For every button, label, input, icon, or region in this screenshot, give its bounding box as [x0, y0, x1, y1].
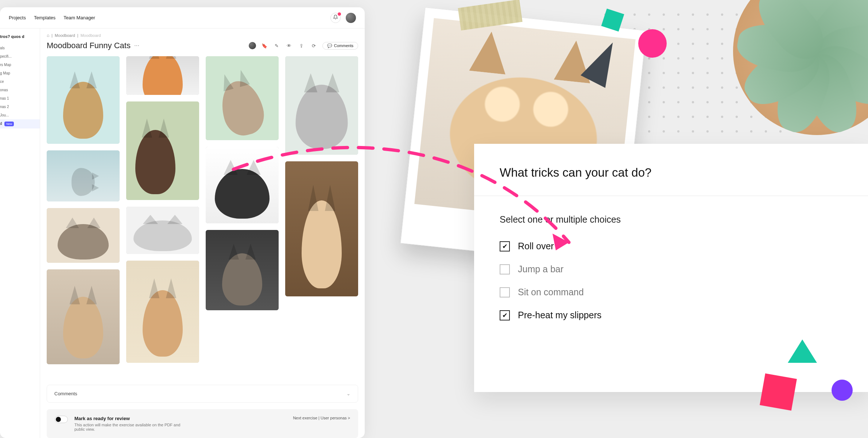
sidebar-item-5[interactable]: onas — [0, 86, 40, 94]
sidebar-item-label: ce — [0, 80, 4, 84]
bookmark-icon: 🔖 — [261, 43, 267, 49]
review-title: Mark as ready for review — [74, 416, 184, 421]
nav-right — [330, 13, 356, 23]
moodboard-card[interactable] — [206, 230, 279, 310]
option-jump-a-bar[interactable]: Jump a bar — [500, 264, 842, 274]
more-button[interactable]: ⋯ — [134, 43, 139, 49]
sidebar-item-7[interactable]: nas 2 — [0, 103, 40, 111]
circle-purple-icon — [832, 380, 853, 401]
history-button[interactable]: ⟳ — [310, 42, 318, 50]
sidebar: tros? quos d als pecifi... rs Map g Map … — [0, 28, 40, 438]
comments-button-label: Comments — [334, 43, 353, 48]
collaborator-avatar[interactable] — [249, 42, 256, 49]
edit-button[interactable]: ✎ — [273, 42, 281, 50]
checkbox-icon — [500, 287, 510, 297]
option-label: Pre-heat my slippers — [518, 310, 601, 320]
square-pink-icon — [760, 373, 797, 411]
sidebar-item-4[interactable]: ce — [0, 77, 40, 86]
sidebar-item-6[interactable]: nas 1 — [0, 94, 40, 103]
moodboard-card[interactable] — [206, 147, 279, 223]
share-button[interactable]: ⇪ — [298, 42, 306, 50]
breadcrumb-current: Moodboard — [81, 33, 101, 38]
title-row: Moodboard Funny Cats ⋯ 🔖 ✎ 👁 ⇪ ⟳ 💬 Comme… — [40, 39, 365, 56]
sidebar-item-label: nas 2 — [0, 105, 9, 109]
option-label: Sit on command — [518, 287, 584, 297]
sidebar-item-9[interactable]: d New — [0, 119, 40, 128]
more-icon: ⋯ — [134, 43, 139, 49]
breadcrumb-root[interactable]: Moodboard — [55, 33, 75, 38]
sidebar-item-label: rs Map — [0, 63, 11, 67]
survey-subtitle: Select one or multiple choices — [500, 214, 842, 225]
sidebar-item-label: pecifi... — [0, 54, 12, 58]
next-exercise-link[interactable]: Next exercise | User personas > — [293, 416, 350, 420]
user-avatar[interactable] — [346, 13, 356, 23]
succulent-plant — [733, 0, 868, 135]
comments-button[interactable]: 💬 Comments — [322, 42, 358, 50]
moodboard-card[interactable] — [285, 161, 358, 296]
moodboard-grid — [40, 56, 365, 378]
review-text: Mark as ready for review This action wil… — [74, 416, 184, 431]
review-panel: Mark as ready for review This action wil… — [47, 409, 358, 438]
moodboard-card[interactable] — [126, 261, 199, 363]
moodboard-card[interactable] — [206, 56, 279, 140]
moodboard-card[interactable] — [285, 56, 358, 155]
sidebar-item-2[interactable]: rs Map — [0, 61, 40, 69]
view-button[interactable]: 👁 — [285, 42, 293, 50]
sidebar-item-3[interactable]: g Map — [0, 69, 40, 77]
sidebar-item-0[interactable]: als — [0, 44, 40, 52]
moodboard-card[interactable] — [47, 56, 120, 144]
main-column: ⌂ | Moodboard | Moodboard Moodboard Funn… — [40, 28, 365, 438]
toggle-knob-icon — [56, 417, 61, 422]
share-icon: ⇪ — [299, 43, 303, 49]
edit-icon: ✎ — [275, 43, 279, 49]
moodboard-card[interactable] — [126, 101, 199, 200]
moodboard-card[interactable] — [126, 56, 199, 95]
moodboard-card[interactable] — [47, 150, 120, 201]
nav-templates[interactable]: Templates — [34, 15, 55, 20]
notification-dot-icon — [338, 12, 341, 16]
option-label: Roll over — [518, 241, 554, 251]
moodboard-card[interactable] — [126, 207, 199, 254]
sidebar-item-1[interactable]: pecifi... — [0, 52, 40, 61]
nav-left: Projects Templates Team Manager — [9, 15, 95, 20]
breadcrumb: ⌂ | Moodboard | Moodboard — [40, 28, 365, 39]
sidebar-item-label: g Map — [0, 71, 10, 75]
sidebar-item-label: als — [0, 46, 5, 50]
checkbox-icon: ✔ — [500, 310, 510, 320]
moodboard-card[interactable] — [47, 269, 120, 364]
ready-toggle[interactable] — [55, 416, 68, 423]
triangle-teal-icon — [788, 339, 817, 363]
hero-scene: What tricks can your cat do? Select one … — [365, 0, 868, 438]
nav-projects[interactable]: Projects — [9, 15, 26, 20]
new-badge: New — [4, 122, 14, 126]
clock-icon: ⟳ — [312, 43, 316, 49]
nav-team-manager[interactable]: Team Manager — [63, 15, 95, 20]
option-preheat-slippers[interactable]: ✔ Pre-heat my slippers — [500, 310, 842, 320]
comment-icon: 💬 — [327, 43, 332, 48]
sidebar-project-name: tros? quos d — [0, 32, 40, 44]
sidebar-item-label: onas — [0, 88, 8, 92]
eye-icon: 👁 — [287, 43, 291, 49]
comments-panel[interactable]: Comments ⌄ — [47, 385, 358, 403]
breadcrumb-sep: | — [77, 33, 78, 38]
survey-question: What tricks can your cat do? — [500, 166, 842, 180]
title-tools: 🔖 ✎ 👁 ⇪ ⟳ 💬 Comments — [249, 42, 358, 50]
bookmark-button[interactable]: 🔖 — [260, 42, 268, 50]
chevron-down-icon: ⌄ — [346, 391, 350, 396]
sidebar-item-label: d — [0, 122, 2, 126]
breadcrumb-sep: | — [51, 33, 53, 38]
review-desc: This action will make the exercise avail… — [74, 423, 184, 431]
checkbox-icon — [500, 264, 510, 274]
home-icon[interactable]: ⌂ — [47, 33, 49, 38]
page-title: Moodboard Funny Cats — [47, 41, 131, 50]
moodboard-card[interactable] — [47, 208, 120, 263]
app-body: tros? quos d als pecifi... rs Map g Map … — [0, 28, 365, 438]
option-sit-on-command[interactable]: Sit on command — [500, 287, 842, 297]
notifications-button[interactable] — [330, 13, 341, 23]
sidebar-item-8[interactable]: Jou... — [0, 111, 40, 119]
top-nav: Projects Templates Team Manager — [0, 7, 365, 28]
app-window: Projects Templates Team Manager tros? qu… — [0, 7, 365, 438]
circle-pink-icon — [638, 29, 667, 58]
option-roll-over[interactable]: ✔ Roll over — [500, 241, 842, 251]
comments-panel-title: Comments — [54, 391, 77, 396]
